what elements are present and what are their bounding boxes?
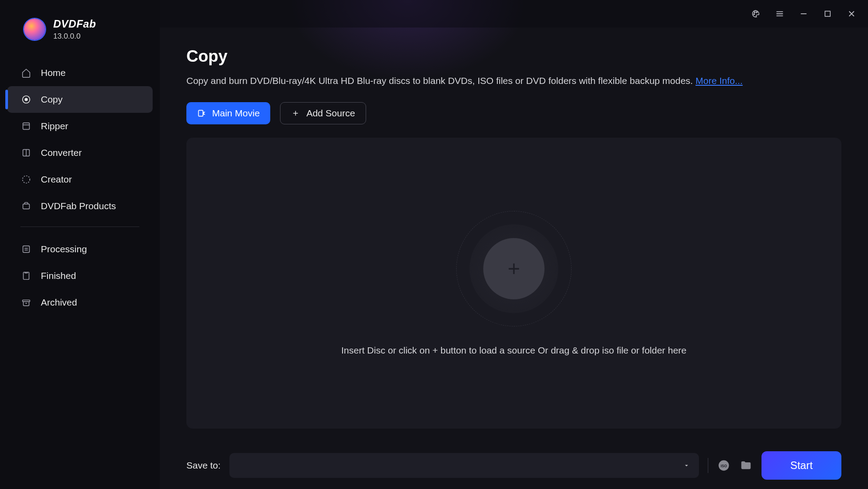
plus-large-icon: + bbox=[508, 256, 520, 281]
sidebar-item-label: Copy bbox=[41, 94, 63, 105]
save-to-label: Save to: bbox=[186, 460, 221, 471]
page-title: Copy bbox=[186, 47, 841, 66]
page-description-text: Copy and burn DVD/Blu-ray/4K Ultra HD Bl… bbox=[186, 76, 695, 86]
svg-rect-5 bbox=[23, 204, 30, 209]
page-description: Copy and burn DVD/Blu-ray/4K Ultra HD Bl… bbox=[186, 76, 841, 86]
drop-circle-outer: + bbox=[456, 211, 572, 326]
footer: Save to: ISO Start bbox=[160, 442, 868, 489]
products-icon bbox=[21, 201, 31, 211]
drop-help-text: Insert Disc or click on + button to load… bbox=[341, 345, 687, 356]
sidebar-item-label: Home bbox=[41, 68, 66, 78]
processing-icon bbox=[21, 244, 31, 254]
ripper-icon bbox=[21, 121, 31, 131]
sidebar-item-label: Processing bbox=[41, 244, 87, 254]
app-logo-icon bbox=[24, 19, 45, 40]
svg-point-1 bbox=[25, 98, 28, 101]
svg-rect-6 bbox=[23, 246, 30, 253]
logo-text: DVDFab 13.0.0.0 bbox=[53, 18, 96, 41]
start-button[interactable]: Start bbox=[761, 451, 841, 480]
finished-icon bbox=[21, 271, 31, 281]
add-source-label: Add Source bbox=[306, 108, 355, 119]
add-source-circle-button[interactable]: + bbox=[483, 238, 544, 299]
iso-icon[interactable]: ISO bbox=[717, 459, 730, 472]
save-to-dropdown[interactable] bbox=[229, 453, 699, 478]
menu-icon[interactable] bbox=[774, 8, 785, 20]
sidebar-divider bbox=[20, 227, 139, 227]
sidebar-item-home[interactable]: Home bbox=[7, 60, 153, 86]
svg-rect-2 bbox=[23, 123, 30, 130]
svg-point-4 bbox=[23, 176, 30, 183]
sidebar-item-ripper[interactable]: Ripper bbox=[7, 113, 153, 139]
svg-text:ISO: ISO bbox=[721, 464, 727, 468]
footer-divider bbox=[708, 458, 708, 473]
logo-area: DVDFab 13.0.0.0 bbox=[0, 18, 160, 41]
svg-rect-13 bbox=[198, 110, 203, 116]
main-area: Copy Copy and burn DVD/Blu-ray/4K Ultra … bbox=[160, 0, 868, 489]
sidebar-nav: Home Copy Ripper Converter Creator bbox=[0, 60, 160, 316]
sidebar-item-label: Archived bbox=[41, 297, 77, 308]
main-movie-button[interactable]: Main Movie bbox=[186, 102, 270, 124]
close-icon[interactable] bbox=[846, 8, 857, 20]
sidebar-item-label: DVDFab Products bbox=[41, 201, 116, 211]
svg-point-11 bbox=[756, 12, 757, 13]
titlebar bbox=[160, 0, 868, 28]
more-info-link[interactable]: More Info... bbox=[695, 76, 742, 86]
sidebar-item-archived[interactable]: Archived bbox=[7, 289, 153, 316]
start-label: Start bbox=[790, 459, 813, 472]
sidebar-item-label: Finished bbox=[41, 270, 76, 281]
svg-rect-8 bbox=[23, 300, 30, 302]
sidebar-item-products[interactable]: DVDFab Products bbox=[7, 193, 153, 219]
sidebar-item-label: Converter bbox=[41, 147, 82, 158]
add-source-button[interactable]: Add Source bbox=[280, 102, 366, 124]
archived-icon bbox=[21, 298, 31, 307]
drop-area[interactable]: + Insert Disc or click on + button to lo… bbox=[186, 138, 841, 429]
main-movie-label: Main Movie bbox=[212, 108, 260, 119]
sidebar-item-converter[interactable]: Converter bbox=[7, 139, 153, 166]
svg-rect-12 bbox=[825, 11, 830, 16]
app-name: DVDFab bbox=[53, 18, 96, 30]
sidebar-item-processing[interactable]: Processing bbox=[7, 236, 153, 262]
mode-icon bbox=[197, 109, 206, 118]
app-version: 13.0.0.0 bbox=[53, 32, 96, 41]
sidebar-item-finished[interactable]: Finished bbox=[7, 262, 153, 289]
chevron-down-icon bbox=[683, 462, 690, 469]
svg-point-9 bbox=[754, 14, 754, 15]
svg-point-10 bbox=[754, 12, 755, 13]
disc-icon bbox=[21, 95, 31, 104]
minimize-icon[interactable] bbox=[798, 8, 809, 20]
plus-icon bbox=[291, 109, 300, 118]
sidebar: DVDFab 13.0.0.0 Home Copy Ripper bbox=[0, 0, 160, 489]
folder-icon[interactable] bbox=[739, 459, 753, 472]
sidebar-item-creator[interactable]: Creator bbox=[7, 166, 153, 193]
drop-circle-mid: + bbox=[470, 224, 558, 313]
maximize-icon[interactable] bbox=[822, 8, 833, 20]
content: Copy Copy and burn DVD/Blu-ray/4K Ultra … bbox=[160, 28, 868, 442]
home-icon bbox=[21, 68, 31, 78]
sidebar-item-copy[interactable]: Copy bbox=[7, 86, 153, 113]
sidebar-item-label: Creator bbox=[41, 174, 72, 185]
converter-icon bbox=[21, 148, 31, 158]
sidebar-item-label: Ripper bbox=[41, 121, 68, 131]
creator-icon bbox=[21, 175, 31, 184]
action-row: Main Movie Add Source bbox=[186, 102, 841, 124]
theme-icon[interactable] bbox=[750, 8, 761, 20]
